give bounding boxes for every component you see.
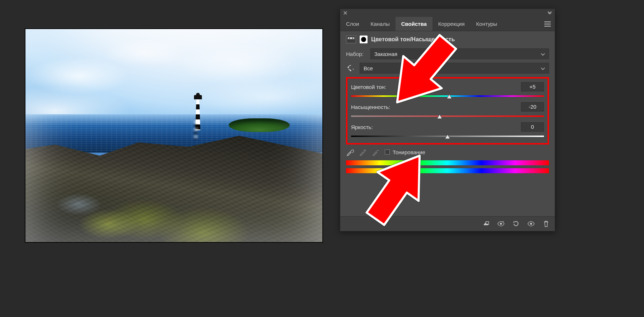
lightness-value-input[interactable]: 0 <box>521 122 544 132</box>
colorize-checkbox[interactable]: Тонирование <box>385 149 425 155</box>
svg-rect-1 <box>348 37 354 39</box>
colorize-label: Тонирование <box>393 149 425 155</box>
chevron-down-icon <box>541 65 545 71</box>
svg-rect-2 <box>349 38 350 39</box>
tab-layers[interactable]: Слои <box>340 17 365 31</box>
eyedropper-icon[interactable] <box>346 148 354 156</box>
color-range-select[interactable]: Все <box>360 63 549 74</box>
workspace: Слои Каналы Свойства Коррекция Контуры Ц… <box>0 0 644 317</box>
tab-adjustments[interactable]: Коррекция <box>432 17 470 31</box>
photo-preview <box>25 29 322 242</box>
output-spectrum-bar <box>346 168 549 173</box>
eyedropper-add-icon <box>359 148 367 156</box>
preset-label: Набор: <box>346 51 367 57</box>
canvas[interactable] <box>25 29 323 242</box>
svg-rect-3 <box>352 38 353 39</box>
close-icon[interactable] <box>342 10 348 16</box>
input-spectrum-bar <box>346 160 549 165</box>
view-previous-state-icon[interactable] <box>497 220 505 227</box>
preset-select[interactable]: Заказная <box>370 48 549 59</box>
panel-tabs: Слои Каналы Свойства Коррекция Контуры <box>340 17 555 31</box>
lightness-slider[interactable] <box>351 134 544 139</box>
saturation-label: Насыщенность: <box>351 104 390 110</box>
panel-menu-icon[interactable] <box>540 17 555 31</box>
adjustment-title: Цветовой тон/Насыщенность <box>371 36 455 43</box>
targeted-adjust-icon[interactable] <box>346 64 356 72</box>
tab-paths[interactable]: Контуры <box>470 17 503 31</box>
highlighted-sliders-group: Цветовой тон: +5 Насыщенность: -20 <box>346 77 549 145</box>
mask-icon[interactable] <box>360 36 368 43</box>
collapse-icon[interactable] <box>547 10 553 16</box>
hue-value-input[interactable]: +5 <box>521 82 544 91</box>
saturation-slider-knob[interactable] <box>437 114 442 119</box>
reset-icon[interactable] <box>512 220 520 227</box>
lightness-label: Яркость: <box>351 124 373 130</box>
hue-slider-knob[interactable] <box>447 94 452 99</box>
eyedropper-subtract-icon <box>372 148 380 156</box>
lightness-slider-knob[interactable] <box>445 134 450 139</box>
chevron-down-icon <box>541 51 545 57</box>
svg-point-6 <box>530 223 532 224</box>
preset-value: Заказная <box>374 51 397 57</box>
color-range-value: Все <box>364 65 373 71</box>
svg-point-5 <box>500 223 502 224</box>
hue-slider[interactable] <box>351 94 544 99</box>
saturation-slider[interactable] <box>351 114 544 119</box>
tab-properties[interactable]: Свойства <box>396 17 432 31</box>
panel-footer <box>340 216 555 231</box>
delete-icon[interactable] <box>543 220 550 227</box>
saturation-value-input[interactable]: -20 <box>521 102 544 112</box>
clip-to-layer-icon[interactable] <box>482 220 489 227</box>
tab-channels[interactable]: Каналы <box>365 17 395 31</box>
toggle-visibility-icon[interactable] <box>527 220 535 227</box>
adjustment-type-icon <box>346 36 356 43</box>
hue-label: Цветовой тон: <box>351 84 386 90</box>
properties-panel: Слои Каналы Свойства Коррекция Контуры Ц… <box>340 9 555 231</box>
